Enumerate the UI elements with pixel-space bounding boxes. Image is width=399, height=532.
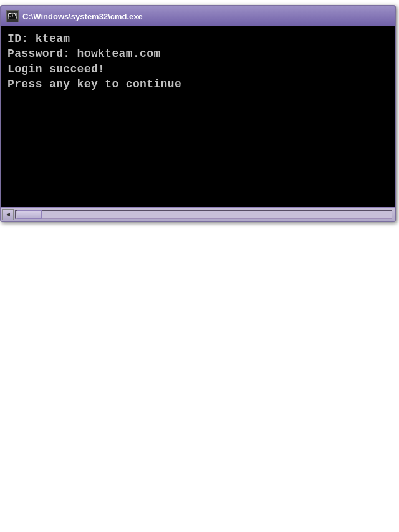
scroll-left-button[interactable]: ◄ (2, 209, 14, 220)
terminal-line-1: ID: kteam (7, 31, 388, 46)
title-bar: C:\ C:\Windows\system32\cmd.exe (1, 6, 395, 26)
scroll-track[interactable] (15, 210, 392, 219)
horizontal-scrollbar[interactable]: ◄ (1, 207, 395, 221)
terminal-line-4: Press any key to continue (7, 77, 388, 92)
scroll-left-arrow: ◄ (5, 211, 11, 218)
scroll-thumb[interactable] (17, 210, 42, 219)
terminal-output[interactable]: ID: kteam Password: howkteam.com Login s… (1, 26, 395, 207)
cmd-window: C:\ C:\Windows\system32\cmd.exe ID: ktea… (0, 5, 396, 222)
cmd-icon-text: C:\ (8, 14, 17, 19)
terminal-line-3: Login succeed! (7, 62, 388, 77)
window-title: C:\Windows\system32\cmd.exe (22, 12, 390, 21)
window-icon: C:\ (6, 10, 19, 22)
terminal-line-2: Password: howkteam.com (7, 46, 388, 61)
cmd-icon-inner: C:\ (8, 13, 17, 19)
